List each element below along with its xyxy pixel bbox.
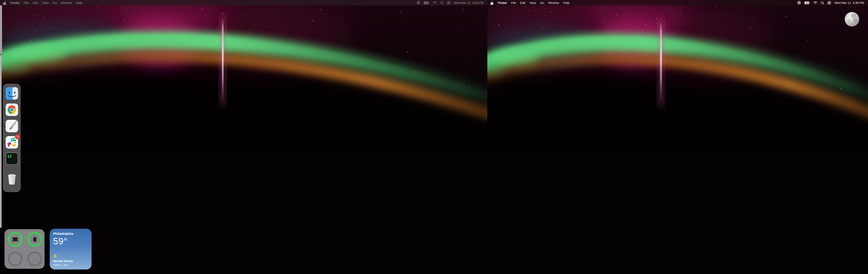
menu-item-edit[interactable]: Edit [520, 1, 525, 4]
running-indicator-dot [4, 158, 5, 159]
apple-menu-icon[interactable] [3, 1, 6, 5]
offscreen-window-edge-bottom[interactable] [0, 55, 2, 228]
sunburst-icon[interactable] [416, 1, 420, 4]
menu-clock-time: 4:49 PM [472, 1, 484, 4]
battery-ring-empty [28, 252, 41, 265]
notes-icon [5, 119, 18, 133]
offscreen-window-edge-top[interactable] [0, 5, 2, 54]
weather-temperature: 59° [53, 236, 88, 246]
weather-widget[interactable]: Philadelphia 59° Mostly Sunny H:59° L:42… [50, 229, 92, 270]
menu-item-window[interactable]: Window [548, 1, 559, 4]
weather-high-low: H:59° L:42° [53, 263, 88, 267]
menu-item-view[interactable]: View [529, 1, 536, 4]
weather-condition: Mostly Sunny [53, 259, 88, 263]
moon [845, 12, 859, 27]
menu-item-edit[interactable]: Edit [33, 1, 38, 4]
aurora-graphic-right [487, 0, 868, 274]
display-right: Finder File Edit View Go Window Help [487, 0, 868, 274]
dock: $ [3, 84, 21, 192]
menu-clock-date: Wed Mar 12 [454, 1, 470, 4]
apple-menu-icon[interactable] [490, 1, 493, 5]
mouse-icon [33, 237, 36, 242]
running-indicator-dot [4, 142, 5, 143]
menu-app-name[interactable]: Finder [498, 1, 507, 4]
battery-ring-empty [8, 252, 22, 265]
chrome-icon [5, 103, 18, 116]
spotlight-search-icon[interactable] [440, 1, 443, 4]
running-indicator-dot [4, 109, 5, 110]
menu-item-help[interactable]: Help [563, 1, 569, 4]
battery-rings-graphic [4, 229, 44, 269]
menu-item-go[interactable]: Go [53, 1, 57, 4]
dock-item-finder[interactable] [5, 87, 18, 100]
weather-city: Philadelphia [53, 232, 88, 236]
menu-item-view[interactable]: View [42, 1, 49, 4]
dock-item-chrome[interactable] [5, 103, 18, 116]
spotlight-search-icon[interactable] [821, 1, 824, 4]
dock-item-slack[interactable] [5, 136, 18, 149]
dock-item-notes[interactable] [5, 119, 18, 133]
running-indicator-dot [4, 93, 5, 94]
menu-item-file[interactable]: File [511, 1, 516, 4]
control-center-icon[interactable] [828, 1, 831, 4]
batteries-widget[interactable] [4, 229, 44, 269]
finder-icon [5, 87, 18, 100]
trash-icon [5, 172, 18, 186]
notification-badge [15, 134, 20, 139]
running-indicator-dot [4, 126, 5, 127]
desktop: Finder File Edit View Go Window Help [0, 0, 868, 274]
sunburst-icon[interactable] [797, 1, 801, 4]
menu-item-window[interactable]: Window [61, 1, 72, 4]
menu-item-go[interactable]: Go [540, 1, 544, 4]
dock-item-terminal[interactable]: $ [5, 152, 18, 165]
menu-clock[interactable]: Wed Mar 12 4:49 PM [834, 1, 864, 4]
control-center-icon[interactable] [447, 1, 450, 4]
wallpaper-aurora-right [487, 0, 868, 274]
terminal-prompt-text: $ [7, 155, 10, 159]
display-left: Finder File Edit View Go Window Help [0, 0, 487, 274]
offscreen-window-edge-seam [0, 54, 2, 55]
menu-item-help[interactable]: Help [76, 1, 82, 4]
menu-app-name[interactable]: Finder [10, 1, 20, 4]
menu-item-file[interactable]: File [24, 1, 29, 4]
sun-icon [53, 254, 57, 258]
dock-item-trash[interactable] [5, 172, 18, 186]
menu-clock-date: Wed Mar 12 [834, 1, 851, 4]
battery-charging-icon[interactable] [424, 1, 429, 4]
terminal-icon: $ [5, 152, 18, 165]
menu-bar-right: Finder File Edit View Go Window Help [487, 0, 868, 5]
laptop-icon [12, 237, 19, 241]
wifi-icon[interactable] [433, 1, 437, 4]
menu-bar-left: Finder File Edit View Go Window Help [0, 0, 487, 5]
dock-divider [5, 169, 18, 170]
battery-charging-icon[interactable] [804, 1, 810, 4]
wifi-icon[interactable] [813, 1, 817, 4]
menu-clock[interactable]: Wed Mar 12 4:49 PM [454, 1, 484, 4]
menu-clock-time: 4:49 PM [853, 1, 864, 4]
